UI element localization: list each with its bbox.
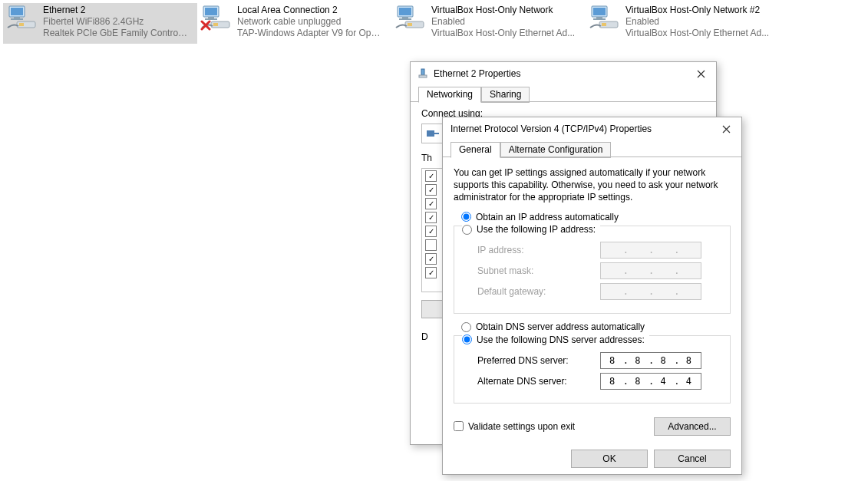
alt-dns-oct4[interactable]: 4 xyxy=(682,376,696,387)
ip-groupbox: Use the following IP address: IP address… xyxy=(454,226,731,315)
ipv4-hint-text: You can get IP settings assigned automat… xyxy=(454,166,731,204)
adapter-name: Local Area Connection 2 xyxy=(237,5,383,16)
alt-dns-input[interactable]: 8. 8. 4. 4 xyxy=(600,373,701,390)
ethernet-dialog-titlebar[interactable]: Ethernet 2 Properties xyxy=(411,62,716,85)
gateway-input: ... xyxy=(600,283,701,300)
adapter-device: VirtualBox Host-Only Ethernet Ad... xyxy=(431,28,575,39)
gateway-row: Default gateway: ... xyxy=(477,283,721,300)
svg-rect-9 xyxy=(205,18,217,20)
adapter-status: Enabled xyxy=(431,16,575,28)
network-adapter-icon xyxy=(589,5,622,34)
ip-address-input: ... xyxy=(600,242,701,259)
svg-rect-14 xyxy=(402,17,408,18)
close-icon[interactable] xyxy=(711,118,741,140)
alt-dns-oct2[interactable]: 8 xyxy=(631,376,645,387)
ethernet-dialog-icon xyxy=(417,68,429,80)
ipv4-tabs: General Alternate Configuration xyxy=(443,140,741,157)
svg-rect-7 xyxy=(205,8,217,15)
adapter-item[interactable]: Local Area Connection 2 Network cable un… xyxy=(197,3,391,44)
svg-rect-26 xyxy=(427,130,434,137)
tab-sharing[interactable]: Sharing xyxy=(481,87,530,103)
adapter-name: VirtualBox Host-Only Network xyxy=(431,5,575,16)
subnet-input: ... xyxy=(600,262,701,279)
adapter-list: Ethernet 2 Fibertel WiFi886 2.4GHz Realt… xyxy=(0,0,868,44)
ipv4-dialog-buttons: OK Cancel xyxy=(443,445,741,477)
ipv4-dialog-title: Internet Protocol Version 4 (TCP/IPv4) P… xyxy=(443,124,711,134)
ipv4-dialog-body: You can get IP settings assigned automat… xyxy=(443,157,741,445)
radio-ip-manual-row[interactable]: Use the following IP address: xyxy=(462,224,600,235)
svg-rect-15 xyxy=(399,18,411,20)
adapter-name: VirtualBox Host-Only Network #2 xyxy=(625,5,769,16)
svg-rect-2 xyxy=(14,17,20,18)
adapter-device: VirtualBox Host-Only Ethernet Ad... xyxy=(625,28,769,39)
gateway-label: Default gateway: xyxy=(477,286,600,297)
ok-button[interactable]: OK xyxy=(571,450,648,468)
adapter-text: Local Area Connection 2 Network cable un… xyxy=(237,5,383,39)
pref-dns-label: Preferred DNS server: xyxy=(477,355,600,366)
adapter-device: Realtek PCIe GbE Family Controll... xyxy=(43,28,189,39)
radio-dns-manual[interactable] xyxy=(462,334,472,344)
radio-ip-manual[interactable] xyxy=(462,225,472,235)
svg-rect-20 xyxy=(596,17,602,18)
pref-dns-oct1[interactable]: 8 xyxy=(606,355,619,366)
alt-dns-row: Alternate DNS server: 8. 8. 4. 4 xyxy=(477,373,721,390)
tab-networking[interactable]: Networking xyxy=(418,87,481,103)
adapter-text: VirtualBox Host-Only Network Enabled Vir… xyxy=(431,5,575,39)
tab-general[interactable]: General xyxy=(451,142,500,158)
svg-rect-21 xyxy=(593,18,606,20)
adapter-text: VirtualBox Host-Only Network #2 Enabled … xyxy=(625,5,769,39)
close-icon[interactable] xyxy=(685,63,716,84)
radio-dns-manual-row[interactable]: Use the following DNS server addresses: xyxy=(462,334,649,345)
cancel-button[interactable]: Cancel xyxy=(654,450,731,468)
alt-dns-oct1[interactable]: 8 xyxy=(606,376,619,387)
subnet-label: Subnet mask: xyxy=(477,265,600,276)
svg-rect-8 xyxy=(208,17,214,18)
pref-dns-row: Preferred DNS server: 8. 8. 8. 8 xyxy=(477,352,721,369)
adapter-status: Enabled xyxy=(625,16,769,28)
adapter-name: Ethernet 2 xyxy=(43,5,189,16)
adapter-item[interactable]: VirtualBox Host-Only Network #2 Enabled … xyxy=(586,3,780,44)
validate-label: Validate settings upon exit xyxy=(468,421,575,432)
radio-dns-auto-row[interactable]: Obtain DNS server address automatically xyxy=(461,321,731,332)
svg-rect-17 xyxy=(408,23,412,26)
svg-rect-23 xyxy=(602,23,606,26)
radio-ip-auto-row[interactable]: Obtain an IP address automatically xyxy=(461,212,731,222)
radio-dns-auto[interactable] xyxy=(461,322,471,332)
adapter-text: Ethernet 2 Fibertel WiFi886 2.4GHz Realt… xyxy=(43,5,189,39)
pref-dns-oct2[interactable]: 8 xyxy=(631,355,645,366)
radio-dns-auto-label: Obtain DNS server address automatically xyxy=(476,321,645,332)
ipv4-properties-dialog: Internet Protocol Version 4 (TCP/IPv4) P… xyxy=(442,117,742,475)
alt-dns-label: Alternate DNS server: xyxy=(477,376,600,387)
adapter-item[interactable]: VirtualBox Host-Only Network Enabled Vir… xyxy=(391,3,586,44)
adapter-status: Network cable unplugged xyxy=(237,16,383,28)
alt-dns-oct3[interactable]: 4 xyxy=(657,376,671,387)
svg-rect-11 xyxy=(213,23,218,26)
radio-ip-auto-label: Obtain an IP address automatically xyxy=(476,212,619,222)
pref-dns-input[interactable]: 8. 8. 8. 8 xyxy=(600,352,701,369)
radio-ip-manual-label: Use the following IP address: xyxy=(477,224,596,235)
svg-rect-3 xyxy=(11,18,23,20)
svg-rect-1 xyxy=(11,8,23,15)
subnet-row: Subnet mask: ... xyxy=(477,262,721,279)
advanced-button[interactable]: Advanced... xyxy=(654,417,731,436)
svg-rect-19 xyxy=(593,8,606,15)
dns-groupbox: Use the following DNS server addresses: … xyxy=(454,335,731,404)
pref-dns-oct4[interactable]: 8 xyxy=(682,355,696,366)
pref-dns-oct3[interactable]: 8 xyxy=(657,355,671,366)
tab-alternate-config[interactable]: Alternate Configuration xyxy=(500,142,612,158)
adapter-device: TAP-Windows Adapter V9 for Ope... xyxy=(237,28,383,39)
validate-checkbox-row[interactable]: Validate settings upon exit xyxy=(454,421,575,432)
ipv4-dialog-titlebar[interactable]: Internet Protocol Version 4 (TCP/IPv4) P… xyxy=(443,117,741,140)
radio-ip-auto[interactable] xyxy=(461,212,471,222)
ip-address-row: IP address: ... xyxy=(477,242,721,259)
svg-rect-13 xyxy=(399,8,411,15)
network-adapter-icon xyxy=(200,5,234,34)
adapter-item[interactable]: Ethernet 2 Fibertel WiFi886 2.4GHz Realt… xyxy=(3,3,197,44)
ethernet-tabs: Networking Sharing xyxy=(411,85,716,102)
ethernet-dialog-title: Ethernet 2 Properties xyxy=(434,68,685,79)
validate-checkbox[interactable] xyxy=(454,421,464,431)
network-adapter-icon xyxy=(394,5,428,34)
adapter-status: Fibertel WiFi886 2.4GHz xyxy=(43,16,189,28)
network-adapter-icon xyxy=(6,5,40,34)
ip-address-label: IP address: xyxy=(477,245,600,255)
